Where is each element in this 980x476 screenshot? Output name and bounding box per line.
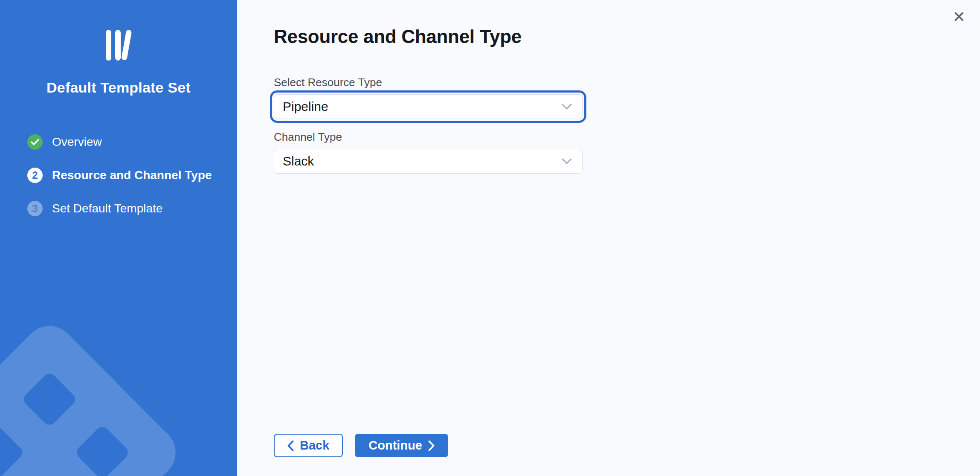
- wizard-title: Default Template Set: [0, 79, 237, 96]
- resource-type-label: Select Resource Type: [274, 76, 583, 89]
- step-label: Set Default Template: [52, 202, 162, 215]
- continue-button-label: Continue: [368, 438, 422, 453]
- page-title: Resource and Channel Type: [274, 27, 980, 46]
- step-complete-badge: [27, 134, 43, 150]
- step-resource-and-channel-type[interactable]: 2 Resource and Channel Type: [27, 168, 237, 183]
- back-button-label: Back: [300, 438, 329, 453]
- step-number-badge: 3: [27, 201, 43, 216]
- logo-bar: [115, 30, 121, 61]
- channel-type-label: Channel Type: [274, 131, 583, 144]
- continue-button[interactable]: Continue: [355, 434, 448, 457]
- close-icon[interactable]: ✕: [953, 9, 966, 25]
- wizard-steps: Overview 2 Resource and Channel Type 3 S…: [0, 134, 237, 216]
- step-number-badge: 2: [27, 168, 43, 183]
- back-button[interactable]: Back: [274, 434, 343, 457]
- channel-type-field: Channel Type Slack: [274, 131, 583, 174]
- logo-bar: [106, 30, 111, 61]
- wizard-sidebar: Default Template Set Overview 2 Resource…: [0, 0, 237, 476]
- resource-type-field: Select Resource Type Pipeline: [274, 76, 583, 119]
- books-logo-icon: [0, 30, 237, 61]
- resource-type-select[interactable]: Pipeline: [274, 94, 583, 119]
- step-set-default-template[interactable]: 3 Set Default Template: [27, 201, 237, 216]
- diamond-pattern-watermark: [0, 293, 237, 476]
- step-label: Resource and Channel Type: [52, 168, 212, 182]
- chevron-left-icon: [287, 440, 294, 451]
- logo-bar-slanted: [121, 29, 132, 61]
- resource-channel-form: Select Resource Type Pipeline Channel Ty…: [274, 76, 583, 174]
- chevron-down-icon: [562, 104, 572, 110]
- resource-type-value: Pipeline: [283, 99, 328, 114]
- wizard-content-panel: ✕ Resource and Channel Type Select Resou…: [237, 0, 980, 476]
- chevron-down-icon: [562, 158, 572, 164]
- channel-type-value: Slack: [283, 154, 314, 168]
- check-icon: [31, 139, 39, 145]
- channel-type-select[interactable]: Slack: [274, 149, 583, 174]
- chevron-right-icon: [428, 440, 435, 451]
- step-label: Overview: [52, 135, 102, 149]
- wizard-actions: Back Continue: [274, 434, 980, 457]
- step-overview[interactable]: Overview: [27, 134, 237, 150]
